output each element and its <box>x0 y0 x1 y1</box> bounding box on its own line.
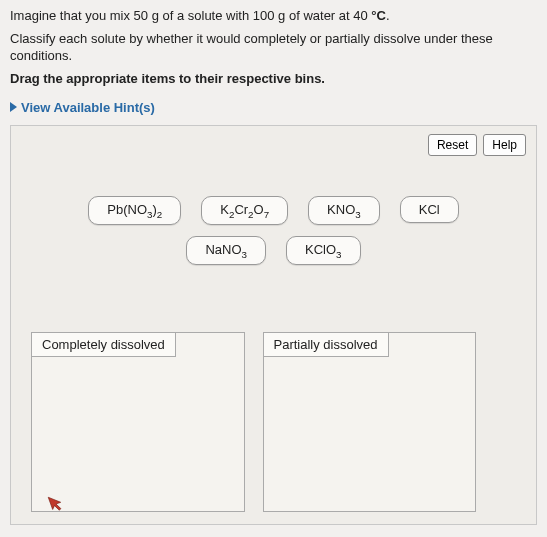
question-line-1: Imagine that you mix 50 g of a solute wi… <box>10 8 537 25</box>
question-line-3: Drag the appropriate items to their resp… <box>10 71 537 88</box>
item-kno3[interactable]: KNO3 <box>308 196 380 226</box>
item-kcl[interactable]: KCl <box>400 196 459 223</box>
draggable-row-2: NaNO3KClO3 <box>11 236 536 266</box>
reset-button[interactable]: Reset <box>428 134 477 156</box>
bin-header-right: Partially dissolved <box>263 332 389 357</box>
bin-completely-dissolved[interactable]: Completely dissolved <box>31 332 245 512</box>
work-area: Reset Help Pb(NO3)2K2Cr2O7KNO3KCl NaNO3K… <box>10 125 537 525</box>
q1-post: . <box>386 8 390 23</box>
bins-container: Completely dissolved Partially dissolved <box>31 332 476 512</box>
top-button-row: Reset Help <box>428 134 526 156</box>
q1-pre: Imagine that you mix 50 g of a solute wi… <box>10 8 371 23</box>
item-nano3[interactable]: NaNO3 <box>186 236 266 266</box>
q1-deg: °C <box>371 8 386 23</box>
triangle-right-icon <box>10 102 17 112</box>
view-hints-link[interactable]: View Available Hint(s) <box>10 100 155 115</box>
help-button[interactable]: Help <box>483 134 526 156</box>
draggable-row-1: Pb(NO3)2K2Cr2O7KNO3KCl <box>11 196 536 226</box>
view-hints-label: View Available Hint(s) <box>21 100 155 115</box>
item-kclo3[interactable]: KClO3 <box>286 236 361 266</box>
question-line-2: Classify each solute by whether it would… <box>10 31 537 65</box>
item-pbno32[interactable]: Pb(NO3)2 <box>88 196 181 226</box>
bin-partially-dissolved[interactable]: Partially dissolved <box>263 332 477 512</box>
item-k2cr2o7[interactable]: K2Cr2O7 <box>201 196 288 226</box>
bin-header-left: Completely dissolved <box>31 332 176 357</box>
